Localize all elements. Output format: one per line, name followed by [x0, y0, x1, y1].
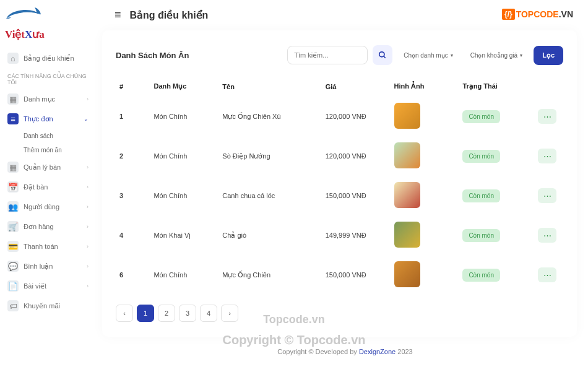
chevron-right-icon: ›	[87, 223, 89, 230]
cell-actions: ⋯	[534, 97, 563, 136]
calendar-icon: 📅	[7, 181, 19, 193]
nav-label: Quản lý bàn	[24, 163, 61, 171]
status-badge: Còn món	[462, 150, 500, 163]
cell-name: Mực Ống Chiên Xù	[218, 97, 321, 136]
nav-label: Đặt bàn	[24, 183, 48, 191]
more-button[interactable]: ⋯	[538, 149, 556, 163]
cell-category: Món Chính	[150, 136, 218, 176]
nav-users[interactable]: 👥 Người dùng ›	[5, 197, 91, 217]
table-row: 6 Món Chính Mực Ống Chiên 150,000 VNĐ Cò…	[116, 255, 563, 295]
cell-name: Chả giò	[218, 215, 321, 255]
page-4[interactable]: 4	[200, 305, 217, 322]
th-price: Giá	[322, 76, 391, 97]
logo-x: X	[25, 28, 32, 41]
nav-label: Đơn hàng	[24, 223, 54, 231]
nav-comments[interactable]: 💬 Bình luận ›	[5, 256, 91, 276]
food-thumbnail	[394, 261, 420, 287]
cell-image	[391, 176, 459, 215]
cell-name: Mực Ống Chiên	[218, 255, 321, 295]
cell-name: Sò Điệp Nướng	[218, 136, 321, 176]
cell-status: Còn món	[459, 215, 534, 255]
category-select[interactable]: Chọn danh mục ▾	[397, 47, 459, 64]
table-icon: ▦	[7, 162, 19, 173]
price-select[interactable]: Chọn khoảng giá ▾	[464, 47, 529, 64]
th-name: Tên	[218, 76, 321, 97]
cell-image	[391, 255, 459, 295]
nav-promotions[interactable]: 🏷 Khuyến mãi	[5, 296, 91, 316]
th-idx: #	[116, 76, 150, 97]
watermark-copyright: Copyright © Topcode.vn	[222, 333, 365, 347]
cell-price: 150,000 VNĐ	[322, 255, 391, 295]
cell-category: Món Khai Vị	[150, 215, 218, 255]
footer-brand: DexignZone	[359, 348, 396, 355]
svg-line-1	[384, 56, 386, 58]
card-title: Danh Sách Món Ăn	[116, 51, 189, 60]
nav-orders[interactable]: 🛒 Đơn hàng ›	[5, 217, 91, 236]
nav-category[interactable]: ▦ Danh mục ›	[5, 89, 91, 109]
table-row: 3 Món Chính Canh chua cá lóc 150,000 VNĐ…	[116, 176, 563, 215]
chevron-right-icon: ›	[87, 283, 89, 289]
nav-label: Bảng điều khiển	[24, 54, 74, 63]
food-thumbnail	[394, 103, 420, 129]
food-thumbnail	[394, 182, 420, 208]
cell-status: Còn món	[459, 255, 534, 295]
cell-category: Món Chính	[150, 255, 218, 295]
nav-menu[interactable]: ≡ Thực đơn ⌄	[5, 109, 91, 129]
search-input[interactable]	[287, 46, 368, 64]
status-badge: Còn món	[462, 229, 500, 242]
status-badge: Còn món	[462, 110, 500, 123]
chevron-right-icon: ›	[87, 204, 89, 210]
subnav-add[interactable]: Thêm món ăn	[5, 143, 91, 157]
page-2[interactable]: 2	[158, 305, 175, 322]
cell-price: 120,000 VNĐ	[322, 136, 391, 176]
nav-label: Bình luận	[24, 262, 53, 271]
page-prev[interactable]: ‹	[116, 305, 133, 322]
more-button[interactable]: ⋯	[538, 188, 556, 203]
chevron-right-icon: ›	[87, 96, 89, 102]
more-button[interactable]: ⋯	[538, 267, 556, 282]
search-button[interactable]	[373, 45, 392, 65]
nav-tables[interactable]: ▦ Quản lý bàn ›	[5, 157, 91, 177]
grid-icon: ▦	[7, 93, 19, 105]
cell-status: Còn món	[459, 136, 534, 176]
footer-year: 2023	[396, 348, 413, 355]
nav-label: Danh mục	[24, 95, 55, 103]
list-icon: ≡	[7, 113, 19, 124]
more-button[interactable]: ⋯	[538, 228, 556, 243]
cell-image	[391, 136, 459, 176]
menu-toggle-icon[interactable]: ≡	[115, 9, 121, 22]
nav-label: Bài viết	[24, 282, 46, 290]
nav-label: Khuyến mãi	[24, 302, 60, 310]
cell-actions: ⋯	[534, 136, 563, 176]
th-category: Danh Mục	[150, 76, 218, 97]
select-label: Chọn khoảng giá	[470, 52, 518, 59]
users-icon: 👥	[7, 201, 19, 212]
cell-price: 150,000 VNĐ	[322, 176, 391, 215]
cell-price: 149,999 VNĐ	[322, 215, 391, 255]
cell-category: Món Chính	[150, 176, 218, 215]
cell-idx: 6	[116, 255, 150, 295]
cart-icon: 🛒	[7, 221, 19, 232]
nav-dashboard[interactable]: ⌂ Bảng điều khiển	[5, 48, 91, 68]
table-row: 4 Món Khai Vị Chả giò 149,999 VNĐ Còn mó…	[116, 215, 563, 255]
chevron-right-icon: ›	[87, 263, 89, 269]
page-next[interactable]: ›	[221, 305, 238, 322]
page-1[interactable]: 1	[137, 305, 154, 322]
more-button[interactable]: ⋯	[538, 109, 556, 124]
nav-reservations[interactable]: 📅 Đặt bàn ›	[5, 177, 91, 197]
cell-status: Còn món	[459, 176, 534, 215]
chevron-down-icon: ⌄	[84, 116, 89, 122]
svg-point-0	[379, 52, 384, 57]
th-status: Trạng Thái	[459, 76, 534, 97]
th-image: Hình Ảnh	[391, 76, 459, 97]
page-3[interactable]: 3	[179, 305, 196, 322]
status-badge: Còn món	[462, 269, 500, 282]
cell-idx: 2	[116, 136, 150, 176]
filter-button[interactable]: Lọc	[534, 46, 563, 65]
food-thumbnail	[394, 142, 420, 168]
caret-down-icon: ▾	[520, 53, 522, 58]
subnav-list[interactable]: Danh sách	[5, 129, 91, 143]
logo-viet: Việt	[5, 28, 25, 41]
nav-payments[interactable]: 💳 Thanh toán ›	[5, 236, 91, 256]
nav-articles[interactable]: 📄 Bài viết ›	[5, 276, 91, 296]
